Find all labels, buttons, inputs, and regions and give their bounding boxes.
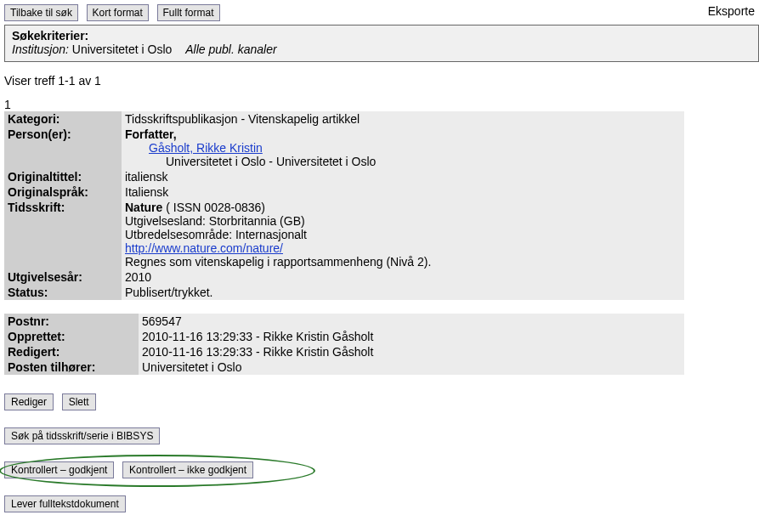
value-originaltittel: italiensk [122, 169, 684, 184]
label-kategori: Kategori: [4, 111, 122, 127]
journal-name: Nature [125, 201, 162, 214]
journal-issn: ( ISSN 0028-0836) [162, 201, 265, 214]
label-tidsskrift: Tidsskrift: [4, 200, 122, 269]
kontrollert-godkjent-button[interactable]: Kontrollert – godkjent [4, 461, 114, 478]
criteria-channels: Alle publ. kanaler [185, 42, 276, 56]
meta-table: Postnr: 569547 Opprettet: 2010-11-16 13:… [4, 314, 684, 375]
label-status: Status: [4, 285, 122, 300]
value-opprettet: 2010-11-16 13:29:33 - Rikke Kristin Gåsh… [139, 329, 684, 344]
short-format-button[interactable]: Kort format [87, 4, 149, 21]
rediger-button[interactable]: Rediger [4, 393, 54, 410]
top-button-group: Tilbake til søk Kort format Fullt format [4, 4, 225, 21]
value-postnr: 569547 [139, 314, 684, 329]
export-link[interactable]: Eksporte [708, 4, 755, 18]
edit-action-row: Rediger Slett [4, 393, 755, 410]
search-criteria-box: Søkekriterier: Institusjon: Universitete… [4, 25, 759, 62]
label-personer: Person(er): [4, 127, 122, 169]
value-personer: Forfatter, Gåsholt, Rikke Kristin Univer… [122, 127, 684, 169]
lever-fulltekst-button[interactable]: Lever fulltekstdokument [4, 495, 126, 512]
label-aar: Utgivelsesår: [4, 269, 122, 285]
label-originalsprak: Originalspråk: [4, 184, 122, 200]
value-originalsprak: Italiensk [122, 184, 684, 200]
result-count: Viser treff 1-1 av 1 [4, 74, 755, 88]
value-aar: 2010 [122, 269, 684, 285]
criteria-line: Institusjon: Universitetet i Oslo Alle p… [12, 42, 751, 56]
kontrollert-ikke-godkjent-button[interactable]: Kontrollert – ikke godkjent [122, 461, 253, 478]
bibsys-search-button[interactable]: Søk på tidsskrift/serie i BIBSYS [4, 427, 160, 444]
full-format-button[interactable]: Fullt format [157, 4, 220, 21]
bibsys-row: Søk på tidsskrift/serie i BIBSYS [4, 427, 755, 444]
record-table: Kategori: Tidsskriftspublikasjon - Viten… [4, 111, 684, 314]
author-role: Forfatter, [125, 127, 177, 141]
criteria-title: Søkekriterier: [12, 29, 751, 42]
author-link[interactable]: Gåsholt, Rikke Kristin [149, 141, 263, 155]
label-postnr: Postnr: [4, 314, 139, 329]
label-opprettet: Opprettet: [4, 329, 139, 344]
journal-url[interactable]: http://www.nature.com/nature/ [125, 241, 283, 255]
journal-country: Utgivelsesland: Storbritannia (GB) [125, 214, 305, 228]
slett-button[interactable]: Slett [62, 393, 96, 410]
value-redigert: 2010-11-16 13:29:33 - Rikke Kristin Gåsh… [139, 344, 684, 359]
criteria-inst-value: Universitetet i Oslo [72, 42, 172, 56]
journal-level: Regnes som vitenskapelig i rapportsammen… [125, 255, 431, 269]
label-redigert: Redigert: [4, 344, 139, 359]
label-tilhorer: Posten tilhører: [4, 359, 139, 375]
label-originaltittel: Originaltittel: [4, 169, 122, 184]
value-status: Publisert/trykket. [122, 285, 684, 300]
criteria-inst-label: Institusjon: [12, 42, 69, 56]
record-number: 1 [4, 98, 755, 111]
author-affiliation: Universitetet i Oslo - Universitetet i O… [125, 155, 679, 168]
value-kategori: Tidsskriftspublikasjon - Vitenskapelig a… [122, 111, 684, 127]
control-approval-row: Kontrollert – godkjent Kontrollert – ikk… [4, 461, 258, 478]
value-tidsskrift: Nature ( ISSN 0028-0836) Utgivelsesland:… [122, 200, 684, 269]
fulltext-row: Lever fulltekstdokument [4, 495, 755, 512]
journal-area: Utbredelsesområde: Internasjonalt [125, 228, 307, 241]
value-tilhorer: Universitetet i Oslo [139, 359, 684, 375]
back-to-search-button[interactable]: Tilbake til søk [4, 4, 78, 21]
